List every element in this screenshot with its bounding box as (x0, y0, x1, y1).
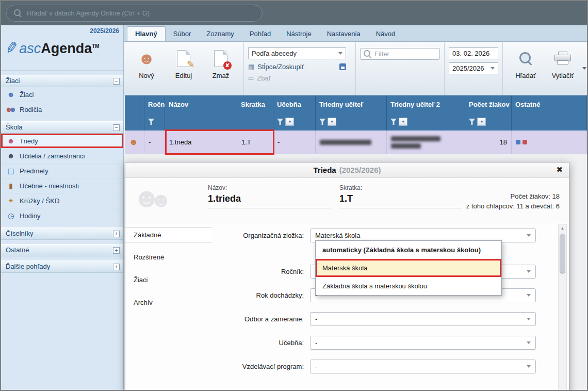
header-ostatne[interactable]: Ostatné (512, 95, 587, 113)
sidebar-group-ziaci[interactable]: Žiaci − (1, 75, 123, 87)
print-button[interactable]: Vytlačiť (544, 45, 581, 92)
chevron-down-icon (527, 234, 531, 237)
dialog-tab-ziaci[interactable]: Žiaci (125, 272, 212, 288)
odbor-select[interactable]: - (310, 312, 536, 326)
menu-tab-nastavenia[interactable]: Nastavenia (319, 27, 368, 41)
field-label-odbor: Odbor a zameranie: (212, 315, 310, 323)
redacted-teacher-name (391, 136, 440, 149)
school-year-select[interactable]: 2025/2026 (449, 62, 498, 74)
print-dropdown-icon[interactable] (582, 67, 586, 70)
filter-funnel-icon[interactable] (469, 119, 475, 125)
dialog-tab-rozsirene[interactable]: Rozšírené (125, 250, 212, 265)
collapse-icon[interactable]: − (113, 78, 120, 85)
menu-tab-zoznamy[interactable]: Zoznamy (199, 27, 241, 41)
header-skratka[interactable]: Skratka (237, 95, 273, 113)
filter-funnel-icon[interactable] (390, 119, 397, 125)
close-icon[interactable]: ✖ (556, 165, 563, 174)
filter-funnel-icon[interactable] (319, 119, 325, 125)
columns-group-button[interactable]: ▦ Stĺpce/Zoskupiť (248, 63, 346, 71)
classes-table: Ročník Názov Skratka Učebňa Triedny učit… (125, 95, 587, 154)
cell-ostatne (512, 131, 587, 154)
table-row[interactable]: ☻ - 1.trieda 1.T - 18 (125, 131, 587, 154)
filter-input-box[interactable] (360, 48, 440, 60)
global-search[interactable] (6, 5, 263, 22)
dropdown-option-zakladna-skola[interactable]: Základná škola s materskou školou (316, 277, 501, 295)
dialog-title-year: (2025/2026) (339, 166, 381, 174)
search-button[interactable]: Hľadať (507, 45, 544, 92)
header-icon-col (125, 95, 144, 113)
scroll-up-icon[interactable]: ▲ (559, 224, 566, 233)
sidebar-item-hodiny[interactable]: ◷ Hodiny (1, 208, 123, 223)
sidebar-item-predmety[interactable]: ▤ Predmety (1, 164, 123, 178)
sidebar-item-kruzky[interactable]: ✦ Krúžky / ŠKD (1, 193, 123, 208)
menu-tab-hlavny[interactable]: Hlavný (127, 26, 166, 41)
sidebar-item-triedy[interactable]: ☻ Triedy (1, 134, 123, 149)
sidebar-group-ciselniky[interactable]: Číselníky + (1, 227, 123, 240)
save-icon[interactable] (339, 63, 346, 70)
field-label-vzdelavaci-program: Vzdelávací program: (212, 363, 310, 370)
menu-tab-subor[interactable]: Súbor (166, 27, 199, 41)
sidebar-group-skola[interactable]: Škola − (1, 121, 123, 134)
cell-ucebna: - (273, 131, 316, 154)
dialog-nazov-value[interactable]: 1.trieda (208, 193, 331, 208)
clock-icon: ◷ (6, 212, 15, 219)
sidebar-group-ostatne[interactable]: Ostatné + (1, 244, 123, 256)
filter-dropdown-icon[interactable] (285, 118, 294, 126)
expand-icon[interactable]: + (113, 231, 120, 237)
grid-icon: ▦ (248, 63, 254, 71)
sidebar-group-dalsie-pohlady[interactable]: Ďalšie pohľady + (1, 260, 123, 273)
sidebar-item-ucebne[interactable]: ▮ Učebne - miestnosti (1, 178, 123, 193)
expand-icon[interactable]: + (113, 264, 120, 270)
header-triedny-ucitel[interactable]: Triedny učiteľ (316, 95, 387, 113)
cell-triedny-ucitel-2 (387, 131, 465, 154)
dialog-skratka-value[interactable]: 1.T (339, 193, 462, 208)
dialog-skratka-field: Skratka: 1.T (339, 184, 462, 208)
header-pocet-ziakov[interactable]: Počet žiakov (465, 95, 512, 113)
new-person-icon: ☻ (138, 50, 155, 67)
menu-tab-pohlad[interactable]: Pohľad (242, 27, 279, 41)
collapse-icon[interactable]: − (113, 124, 120, 131)
filter-dropdown-icon[interactable] (477, 118, 486, 126)
search-icon (14, 9, 22, 17)
header-triedny-ucitel-2[interactable]: Triedny učiteľ 2 (387, 95, 465, 113)
cell-triedny-ucitel (316, 131, 387, 154)
dialog-tab-zakladne[interactable]: Základné (125, 227, 212, 242)
new-button[interactable]: ☻ Nový (128, 45, 165, 92)
sidebar-item-ziaci[interactable]: ☻ Žiaci (1, 87, 123, 102)
chevron-down-icon (491, 67, 495, 70)
scrollbar-thumb[interactable] (560, 234, 565, 274)
sort-select[interactable]: Podľa abecedy (248, 47, 346, 59)
delete-button[interactable]: ✘ Zmaž (202, 45, 239, 92)
filter-dropdown-icon[interactable] (399, 118, 407, 126)
menu-tab-navod[interactable]: Návod (368, 27, 403, 41)
filter-funnel-icon[interactable] (277, 119, 283, 125)
collapse-rows-button[interactable]: ▭ Zbaľ (248, 74, 346, 82)
date-field[interactable]: 03. 02. 2026 (449, 47, 498, 59)
class-watermark-icon: ☻ (150, 188, 172, 211)
header-nazov[interactable]: Názov (165, 95, 237, 113)
form-scrollbar[interactable]: ▲ (558, 224, 567, 391)
filter-dropdown-icon[interactable] (328, 118, 336, 126)
dialog-tab-archiv[interactable]: Archív (125, 295, 212, 311)
edit-button[interactable]: ✎ Edituj (165, 45, 202, 92)
ucebna-select[interactable]: - (310, 336, 536, 350)
view-glasses-icon[interactable] (516, 140, 527, 144)
sidebar-item-ucitelia[interactable]: ☻ Učitelia / zamestnanci (1, 149, 123, 164)
rooms-icon: ▮ (6, 182, 15, 189)
app-window: 2025/2026 ✎ascAgendaTM Žiaci − ☻ Žiaci ☻… (0, 0, 588, 391)
filter-input[interactable] (374, 50, 436, 58)
dialog-titlebar[interactable]: Trieda (2025/2026) ✖ (125, 162, 569, 178)
filter-funnel-icon[interactable] (148, 119, 154, 125)
header-ucebna[interactable]: Učebňa (273, 95, 316, 113)
dropdown-option-materska-skola[interactable]: Materská škola (316, 259, 501, 277)
dropdown-option-automaticky[interactable]: automaticky (Základná škola s materskou … (316, 241, 501, 259)
header-rocnik[interactable]: Ročník (144, 95, 165, 113)
sidebar-item-rodicia[interactable]: ☻☻ Rodičia (1, 102, 123, 117)
dialog-tab-list: Základné Rozšírené Žiaci Archív (125, 223, 212, 391)
chevron-down-icon (527, 294, 531, 297)
vzdelavaci-program-select[interactable]: - (310, 360, 536, 373)
printer-icon (554, 52, 571, 65)
expand-icon[interactable]: + (113, 247, 120, 254)
menu-tab-nastroje[interactable]: Nástroje (279, 27, 319, 41)
global-search-input[interactable] (27, 9, 255, 17)
